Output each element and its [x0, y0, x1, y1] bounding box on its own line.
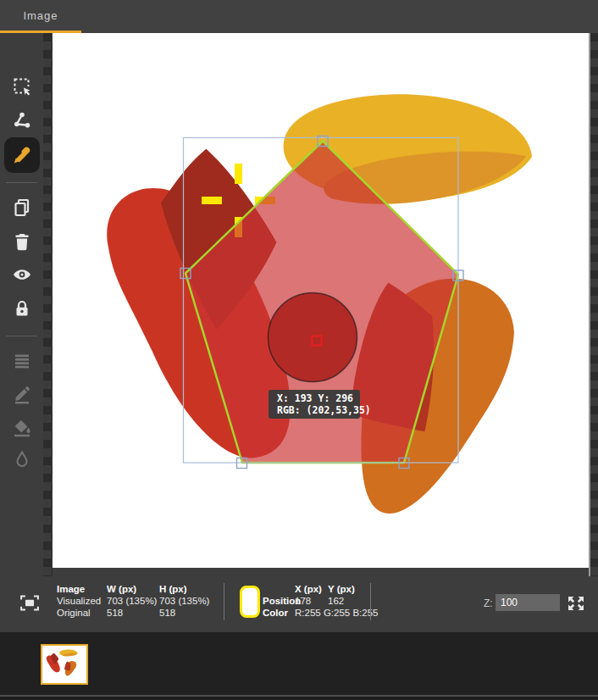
trash-icon [12, 231, 32, 252]
droplet-icon [12, 449, 32, 469]
image-table-cell: 518 [159, 607, 175, 619]
lines-tool-button[interactable] [12, 351, 32, 371]
lines-icon [12, 351, 32, 371]
canvas-image: X: 193 Y: 296 RGB: (202,53,35) [53, 33, 589, 568]
pencil-icon [12, 384, 32, 404]
tooltip-coords: X: 193 Y: 296 [277, 392, 353, 404]
bottom-edge-bar [0, 695, 598, 700]
rectangle-select-tool-button[interactable] [12, 76, 32, 97]
pointer-table-header: Y (px) [328, 583, 355, 595]
image-table-header: W (px) [107, 583, 136, 595]
image-table-header: H (px) [159, 583, 187, 595]
position-x-value: 178 [295, 595, 311, 607]
image-editor-window: Image [0, 0, 598, 700]
delete-tool-button[interactable] [12, 231, 32, 252]
pixel-tooltip: X: 193 Y: 296 RGB: (202,53,35) [269, 390, 371, 419]
share-icon [12, 110, 32, 131]
color-value: R:255 G:255 B:255 [295, 607, 378, 619]
frame-thumbnail-image [42, 646, 86, 683]
toolbar-divider [6, 336, 37, 336]
share-tool-button[interactable] [12, 110, 32, 131]
canvas[interactable]: X: 193 Y: 296 RGB: (202,53,35) [53, 33, 589, 568]
image-table-cell: Visualized [57, 595, 101, 607]
image-table-header: Image [57, 583, 85, 595]
fit-view-icon [20, 595, 39, 611]
frames-strip [0, 632, 598, 695]
tab-image-label: Image [23, 9, 58, 22]
status-bar: Image W (px) H (px) Visualized 703 (135%… [0, 576, 598, 632]
copy-tool-button[interactable] [12, 197, 32, 218]
tab-image[interactable]: Image [0, 0, 81, 33]
rectangle-select-icon [12, 76, 32, 97]
eyedropper-tool-button[interactable] [4, 137, 40, 173]
fullscreen-button[interactable] [567, 596, 585, 611]
frame-thumbnail[interactable] [41, 644, 88, 685]
status-divider [224, 583, 224, 620]
fit-view-button[interactable] [20, 595, 39, 611]
eyedropper-icon [12, 145, 32, 165]
canvas-right-gutter [590, 33, 598, 576]
canvas-left-gutter [43, 33, 53, 576]
lock-icon [12, 298, 32, 319]
color-label: Color [263, 607, 288, 619]
status-divider [370, 583, 371, 620]
image-table-cell: 518 [107, 607, 123, 619]
toolbar-divider [6, 182, 37, 183]
lock-tool-button[interactable] [12, 298, 32, 319]
pointer-table-header: X (px) [295, 583, 322, 595]
image-table-cell: Original [57, 607, 91, 619]
visibility-tool-button[interactable] [12, 264, 32, 285]
eye-icon [12, 264, 32, 285]
fill-tool-button[interactable] [12, 418, 32, 438]
current-color-swatch[interactable] [240, 586, 260, 618]
copy-icon [12, 197, 32, 218]
fullscreen-expand-icon [567, 596, 585, 611]
left-toolbar [0, 33, 43, 576]
droplet-tool-button[interactable] [12, 449, 32, 469]
pencil-tool-button[interactable] [12, 384, 32, 404]
zoom-input[interactable] [496, 594, 560, 611]
position-y-value: 162 [328, 595, 344, 607]
main-area: X: 193 Y: 296 RGB: (202,53,35) [0, 33, 598, 576]
image-table-cell: 703 (135%) [107, 595, 157, 607]
top-bar: Image [0, 0, 598, 33]
zoom-label: Z: [484, 597, 493, 609]
tooltip-rgb: RGB: (202,53,35) [277, 404, 371, 416]
image-table-cell: 703 (135%) [159, 595, 209, 607]
paint-bucket-icon [12, 418, 32, 438]
